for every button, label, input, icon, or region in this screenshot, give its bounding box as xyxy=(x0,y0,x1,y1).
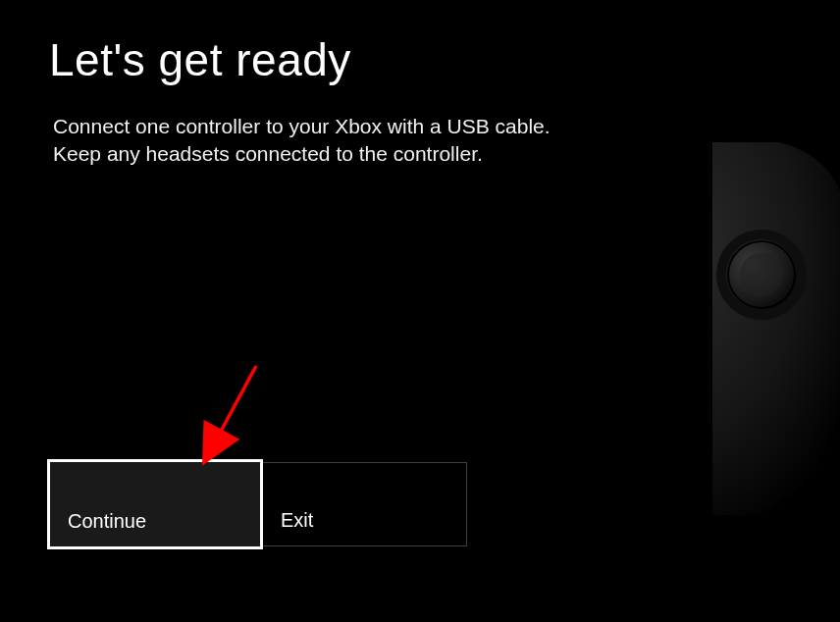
instruction-text: Connect one controller to your Xbox with… xyxy=(53,113,603,169)
setup-screen: Let's get ready Connect one controller t… xyxy=(0,0,840,203)
exit-button-label: Exit xyxy=(281,509,313,532)
continue-button-label: Continue xyxy=(68,510,146,533)
action-button-row: Continue Exit xyxy=(47,459,467,549)
svg-point-5 xyxy=(740,253,783,296)
annotation-arrow-icon xyxy=(189,358,278,466)
exit-button[interactable]: Exit xyxy=(263,462,467,546)
svg-line-1 xyxy=(217,366,256,439)
continue-button[interactable]: Continue xyxy=(47,459,263,549)
page-title: Let's get ready xyxy=(49,35,791,85)
